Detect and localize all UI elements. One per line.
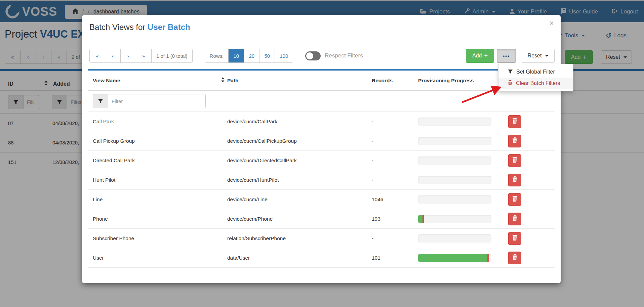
plus-icon: + [484, 52, 488, 59]
filter-icon [508, 69, 513, 75]
provisioning-progress-bar [418, 234, 491, 243]
modal-title: Batch Views for User Batch [89, 23, 190, 32]
trash-icon [512, 215, 517, 222]
close-icon[interactable]: × [549, 19, 554, 27]
filter-icon-button[interactable] [93, 94, 108, 108]
modal-pagination-status: 1 of 1 (8 total) [152, 49, 192, 62]
cell-path: data/User [227, 255, 372, 261]
cell-records: 193 [372, 216, 418, 222]
menu-item-set-global-filter[interactable]: Set Global Filter [498, 66, 573, 78]
cell-records: 1046 [372, 196, 418, 203]
cell-path: device/cucm/DirectedCallPark [227, 158, 372, 164]
column-provisioning-progress: Provisioning Progress [418, 78, 502, 84]
progress-success-segment [418, 254, 487, 262]
cell-view-name: Subscriber Phone [93, 235, 227, 242]
cell-path: device/cucm/CallPark [227, 119, 372, 125]
cell-path: device/cucm/Line [227, 196, 372, 203]
cell-path: device/cucm/Phone [227, 216, 372, 222]
cell-view-name: User [93, 255, 227, 261]
provisioning-progress-bar [418, 215, 491, 223]
rows-option[interactable]: 20 [244, 49, 259, 62]
delete-button[interactable] [508, 154, 521, 167]
table-row: Call Park device/cucm/CallPark - [88, 112, 555, 131]
sort-icon[interactable] [221, 77, 225, 84]
table-row: Call Pickup Group device/cucm/CallPickup… [88, 131, 555, 151]
respect-filters-toggle[interactable]: Respect Filters [305, 51, 363, 60]
modal-prev-button[interactable]: ‹ [105, 49, 121, 62]
trash-icon [508, 80, 512, 87]
progress-error-segment [487, 254, 489, 262]
table-row: Directed Call Park device/cucm/DirectedC… [88, 151, 555, 170]
rows-option[interactable]: 10 [229, 49, 244, 62]
delete-button[interactable] [508, 213, 521, 225]
respect-filters-label: Respect Filters [325, 52, 363, 59]
rows-label: Rows: [205, 49, 229, 62]
cell-path: device/cucm/CallPickupGroup [227, 138, 372, 144]
modal-pagination: « ‹ › » 1 of 1 (8 total) [89, 49, 193, 63]
cell-records: - [372, 177, 418, 183]
cell-view-name: Directed Call Park [93, 158, 227, 164]
column-records: Records [372, 78, 418, 84]
add-button[interactable]: Add+ [466, 49, 494, 63]
cell-records: - [372, 158, 418, 164]
table-row: Hunt Pilot device/cucm/HuntPilot - [88, 170, 555, 190]
table-row: User data/User 101 [88, 248, 555, 268]
trash-icon [512, 235, 517, 242]
toggle-knob [306, 52, 313, 59]
cell-records: - [372, 119, 418, 125]
cell-view-name: Line [93, 196, 227, 203]
rows-option[interactable]: 50 [259, 49, 275, 62]
delete-button[interactable] [508, 115, 521, 128]
trash-icon [512, 157, 517, 164]
trash-icon [512, 118, 517, 125]
cell-view-name: Hunt Pilot [93, 177, 227, 183]
cell-view-name: Call Park [93, 119, 227, 125]
cell-view-name: Call Pickup Group [93, 138, 227, 144]
more-actions-menu: Set Global Filter Clear Batch Filters [498, 64, 573, 91]
rows-option[interactable]: 100 [275, 49, 293, 62]
cell-path: device/cucm/HuntPilot [227, 177, 372, 183]
progress-error-segment [422, 215, 424, 223]
delete-button[interactable] [508, 193, 521, 206]
trash-icon [512, 196, 517, 203]
chevron-down-icon [545, 55, 549, 57]
delete-button[interactable] [508, 252, 521, 264]
more-actions-button[interactable]: ••• [497, 49, 516, 63]
modal-toolbar: « ‹ › » 1 of 1 (8 total) Rows: 10 20 50 … [89, 49, 555, 63]
provisioning-progress-bar [418, 254, 491, 262]
modal-next-button[interactable]: › [121, 49, 136, 62]
batch-view-rows: Call Park device/cucm/CallPark - C [88, 112, 555, 268]
menu-item-clear-batch-filters[interactable]: Clear Batch Filters [498, 78, 573, 89]
table-row: Line device/cucm/Line 1046 [88, 190, 555, 209]
table-header-row: View Name Path Records Provisioning Prog… [88, 71, 555, 91]
provisioning-progress-bar [418, 195, 491, 204]
delete-button[interactable] [508, 174, 521, 186]
modal-filter-row [88, 91, 555, 112]
delete-button[interactable] [508, 135, 521, 147]
progress-success-segment [418, 215, 422, 223]
provisioning-progress-bar [418, 137, 491, 145]
batch-name: User Batch [148, 23, 190, 32]
toggle-switch[interactable] [305, 51, 321, 60]
delete-button[interactable] [508, 232, 521, 245]
cell-path: relation/SubscriberPhone [227, 235, 372, 242]
modal-toolbar-right: Add+ ••• Reset [466, 49, 555, 63]
provisioning-progress-bar [418, 157, 491, 165]
view-name-filter-input[interactable] [108, 94, 206, 108]
batch-views-table: View Name Path Records Provisioning Prog… [88, 71, 555, 268]
trash-icon [512, 254, 517, 261]
view-name-filter-group [93, 94, 227, 108]
column-path[interactable]: Path [227, 78, 372, 84]
table-row: Subscriber Phone relation/SubscriberPhon… [88, 229, 555, 248]
column-view-name[interactable]: View Name [93, 78, 120, 84]
batch-views-modal: Batch Views for User Batch × « ‹ › » 1 o… [82, 15, 561, 283]
reset-button[interactable]: Reset [522, 49, 555, 63]
modal-last-button[interactable]: » [136, 49, 152, 62]
cell-view-name: Phone [93, 216, 227, 222]
table-row: Phone device/cucm/Phone 193 [88, 209, 555, 229]
cell-records: - [372, 235, 418, 242]
trash-icon [512, 176, 517, 183]
provisioning-progress-bar [418, 176, 491, 184]
modal-first-button[interactable]: « [90, 49, 105, 62]
rows-per-page-group: Rows: 10 20 50 100 [205, 49, 293, 63]
